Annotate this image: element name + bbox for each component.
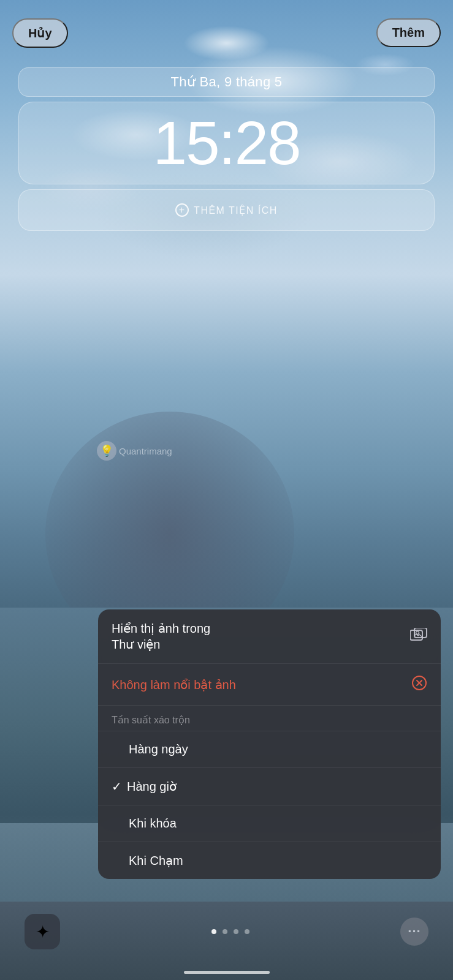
menu-item-on-lock[interactable]: Khi khóa bbox=[98, 805, 441, 842]
page-dots bbox=[211, 929, 249, 934]
time-display: 15:28 bbox=[18, 102, 435, 184]
add-button[interactable]: Thêm bbox=[376, 18, 441, 47]
menu-item-no-highlight-text: Không làm nổi bật ảnh bbox=[112, 677, 236, 692]
dot-1 bbox=[211, 929, 216, 934]
date-display: Thứ Ba, 9 tháng 5 bbox=[18, 67, 435, 97]
hourly-checkmark: ✓ bbox=[112, 779, 122, 794]
cancel-button[interactable]: Hủy bbox=[12, 18, 68, 48]
bottom-bar: ✦ ··· bbox=[0, 914, 453, 949]
dot-4 bbox=[245, 929, 249, 934]
frequency-header-text: Tần suất xáo trộn bbox=[112, 714, 190, 726]
add-widget-button[interactable]: + THÊM TIỆN ÍCH bbox=[18, 189, 435, 231]
photo-library-icon bbox=[410, 628, 427, 646]
menu-item-on-tap-text: Khi Chạm bbox=[129, 853, 183, 868]
dot-3 bbox=[234, 929, 238, 934]
menu-item-hourly-text: Hàng giờ bbox=[127, 779, 177, 794]
watermark-text: Quantrimang bbox=[119, 446, 172, 456]
top-navigation: Hủy Thêm bbox=[0, 0, 453, 54]
menu-item-daily[interactable]: Hàng ngày bbox=[98, 731, 441, 768]
watermark: 💡 Quantrimang bbox=[97, 441, 172, 461]
more-button[interactable]: ··· bbox=[400, 918, 428, 946]
dot-2 bbox=[223, 929, 227, 934]
more-icon: ··· bbox=[408, 924, 421, 940]
menu-item-left: Hiển thị ảnh trongThư viện bbox=[112, 620, 210, 652]
sparkle-icon: ✦ bbox=[36, 922, 50, 942]
menu-item-hourly[interactable]: ✓ Hàng giờ bbox=[98, 768, 441, 805]
menu-item-frequency-header: Tần suất xáo trộn bbox=[98, 706, 441, 731]
watermark-icon: 💡 bbox=[97, 441, 116, 461]
menu-item-no-highlight[interactable]: Không làm nổi bật ảnh bbox=[98, 664, 441, 706]
plus-circle-icon: + bbox=[175, 203, 189, 217]
sparkle-button[interactable]: ✦ bbox=[25, 914, 60, 949]
menu-item-on-tap[interactable]: Khi Chạm bbox=[98, 842, 441, 879]
menu-item-daily-text: Hàng ngày bbox=[129, 742, 188, 756]
menu-item-show-library[interactable]: Hiển thị ảnh trongThư viện bbox=[98, 609, 441, 664]
menu-item-show-library-text: Hiển thị ảnh trongThư viện bbox=[112, 622, 210, 651]
add-widget-label: THÊM TIỆN ÍCH bbox=[194, 205, 278, 216]
context-menu: Hiển thị ảnh trongThư viện Không làm nổi… bbox=[98, 609, 441, 879]
home-indicator bbox=[184, 971, 270, 974]
datetime-area: Thứ Ba, 9 tháng 5 15:28 + THÊM TIỆN ÍCH bbox=[0, 67, 453, 231]
xmark-circle-icon bbox=[411, 675, 427, 694]
menu-item-on-lock-text: Khi khóa bbox=[129, 816, 177, 831]
